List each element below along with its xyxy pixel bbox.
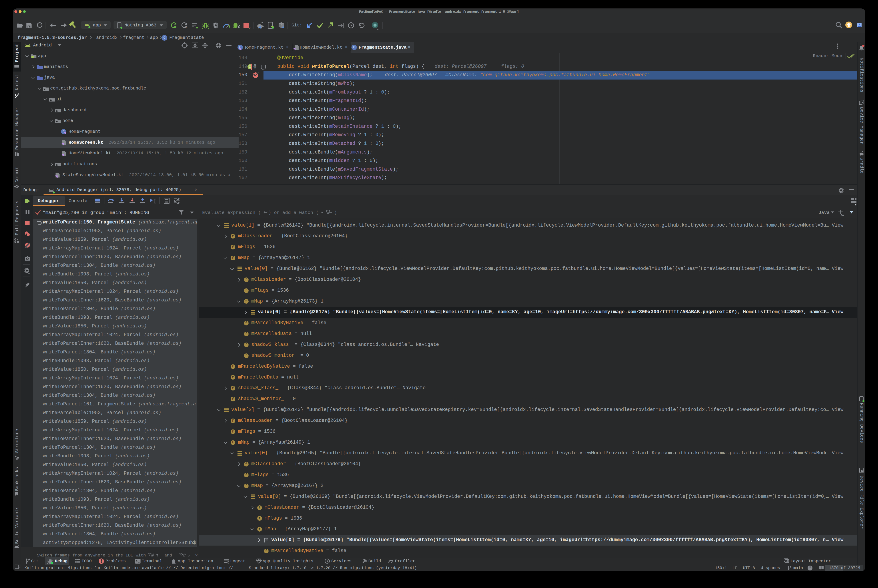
svg-text:A: A xyxy=(185,25,187,28)
svg-text:2: 2 xyxy=(249,26,251,29)
